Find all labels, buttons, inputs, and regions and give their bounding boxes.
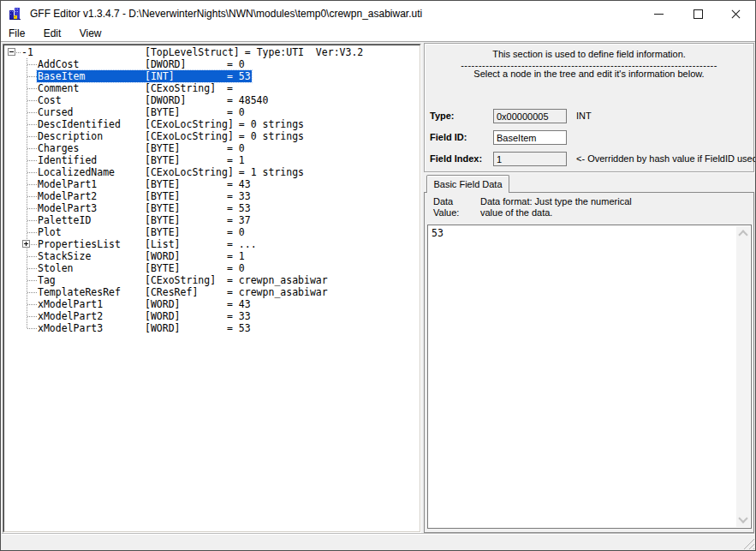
field-name: Stolen	[38, 262, 145, 274]
field-value: = 37	[227, 214, 251, 226]
field-value: = 1	[227, 250, 245, 262]
expand-toggle-plus-icon[interactable]	[22, 240, 30, 248]
type-label: Type:	[430, 109, 455, 123]
tree-node-AddCost[interactable]: AddCost[DWORD]= 0	[37, 58, 246, 70]
field-type: [INT]	[145, 70, 222, 82]
field-value: = 0	[227, 58, 245, 70]
field-name: PaletteID	[38, 214, 145, 226]
field-type: [BYTE]	[145, 154, 222, 166]
tree-node-ModelPart2[interactable]: ModelPart2[BYTE]= 33	[37, 190, 252, 202]
tree-node-Tag[interactable]: Tag[CExoString]= crewpn_asabiwar	[37, 274, 329, 286]
field-value: = 1 strings	[239, 166, 304, 178]
field-type: [CResRef]	[145, 286, 222, 298]
tree-node-PaletteID[interactable]: PaletteID[BYTE]= 37	[37, 214, 252, 226]
field-name: DescIdentified	[38, 118, 145, 130]
minimize-icon	[654, 14, 664, 15]
tree-node-xModelPart2[interactable]: xModelPart2[WORD]= 33	[37, 310, 252, 322]
field-type: [BYTE]	[145, 226, 222, 238]
basic-field-data-page: Data Value: Data format: Just type the n…	[424, 192, 754, 533]
tab-basic-field-data[interactable]: Basic Field Data	[426, 175, 509, 193]
scroll-down-icon[interactable]	[738, 513, 747, 523]
expand-toggle-minus-icon[interactable]	[8, 48, 15, 56]
tree-node-Charges[interactable]: Charges[BYTE]= 0	[37, 142, 246, 154]
field-type: [TopLevelStruct]	[145, 46, 240, 58]
field-value: =	[227, 82, 233, 94]
field-type: [BYTE]	[145, 190, 222, 202]
resize-grip[interactable]	[742, 537, 754, 549]
field-value: = 0	[227, 226, 245, 238]
menu-view[interactable]: View	[72, 27, 110, 41]
field-name: xModelPart3	[38, 322, 145, 334]
field-value: = ...	[227, 238, 257, 250]
title-bar: GFF Editor v1.3.4.7 - D:\NeverwinterNigh…	[1, 1, 755, 27]
editor-scrollbar[interactable]	[736, 226, 750, 527]
tree-node-Identified[interactable]: Identified[BYTE]= 1	[37, 154, 246, 166]
field-name: Cost	[38, 94, 145, 106]
field-value: = 53	[227, 70, 251, 82]
tree-node-Stolen[interactable]: Stolen[BYTE]= 0	[37, 262, 246, 274]
field-type: [DWORD]	[145, 58, 222, 70]
field-name: ModelPart3	[38, 202, 145, 214]
field-id-input[interactable]	[493, 130, 567, 145]
type-input[interactable]	[493, 109, 567, 123]
app-icon[interactable]	[9, 7, 22, 21]
tree-node-Cursed[interactable]: Cursed[BYTE]= 0	[37, 106, 246, 118]
tree-node-Description[interactable]: Description[CExoLocString]= 0 strings	[37, 130, 305, 142]
tree-node-Plot[interactable]: Plot[BYTE]= 0	[37, 226, 246, 238]
tree-node-xModelPart3[interactable]: xModelPart3[WORD]= 53	[37, 322, 252, 334]
tree-panel: -1[TopLevelStruct]= Type:UTI Ver:V3.2Add…	[3, 44, 421, 533]
field-value: = Type:UTI Ver:V3.2	[245, 46, 363, 58]
tree-node-Comment[interactable]: Comment[CExoString]=	[37, 82, 234, 94]
field-name: BaseItem	[38, 70, 145, 82]
data-value-editor[interactable]: 53	[427, 225, 752, 529]
info-header-line1: This section is used to define field inf…	[425, 49, 753, 59]
field-id-label: Field ID:	[430, 130, 467, 145]
tree-node-LocalizedName[interactable]: LocalizedName[CExoLocString]= 1 strings	[37, 166, 305, 178]
field-name: Identified	[38, 154, 145, 166]
tree-node-ModelPart1[interactable]: ModelPart1[BYTE]= 43	[37, 178, 252, 190]
tree-node-xModelPart1[interactable]: xModelPart1[WORD]= 43	[37, 298, 252, 310]
maximize-icon	[693, 9, 703, 19]
field-name: Description	[38, 130, 145, 142]
tree-node-BaseItem[interactable]: BaseItem[INT]= 53	[37, 70, 252, 82]
field-type: [CExoString]	[145, 82, 222, 94]
field-index-input[interactable]	[493, 152, 567, 166]
scroll-up-icon[interactable]	[738, 230, 747, 239]
data-format-hint-line2: value of the data.	[480, 207, 552, 219]
minimize-button[interactable]	[640, 1, 678, 27]
window-title: GFF Editor v1.3.4.7 - D:\NeverwinterNigh…	[30, 8, 422, 20]
data-value-label-line2: Value:	[433, 207, 459, 219]
tree-node-DescIdentified[interactable]: DescIdentified[CExoLocString]= 0 strings	[37, 118, 305, 130]
field-name: Comment	[38, 82, 145, 94]
field-name: Charges	[38, 142, 145, 154]
field-value: = 0	[227, 106, 245, 118]
field-type: [CExoLocString]	[145, 130, 234, 142]
field-value: = 33	[227, 190, 251, 202]
tree-node-root[interactable]: -1[TopLevelStruct]= Type:UTI Ver:V3.2	[21, 46, 364, 58]
type-name-text: INT	[576, 109, 592, 123]
tree-node-ModelPart3[interactable]: ModelPart3[BYTE]= 53	[37, 202, 252, 214]
field-name: StackSize	[38, 250, 145, 262]
data-format-hint-line1: Data format: Just type the numerical	[480, 196, 632, 207]
menu-file[interactable]: File	[1, 27, 33, 41]
field-value: = crewpn_asabiwar	[227, 274, 328, 286]
maximize-button[interactable]	[678, 1, 717, 27]
tree-node-StackSize[interactable]: StackSize[WORD]= 1	[37, 250, 246, 262]
tree-node-Cost[interactable]: Cost[DWORD]= 48540	[37, 94, 269, 106]
tree-node-TemplateResRef[interactable]: TemplateResRef[CResRef]= crewpn_asabiwar	[37, 286, 329, 298]
field-type: [WORD]	[145, 250, 222, 262]
field-type: [CExoLocString]	[145, 118, 234, 130]
menu-bar: File Edit View	[1, 27, 755, 42]
tree-node-PropertiesList[interactable]: PropertiesList[List]= ...	[37, 238, 258, 250]
menu-edit[interactable]: Edit	[36, 27, 69, 41]
close-button[interactable]	[717, 1, 755, 27]
field-name: xModelPart2	[38, 310, 145, 322]
field-type: [DWORD]	[145, 94, 222, 106]
field-value: = 0 strings	[239, 130, 304, 142]
field-name: TemplateResRef	[38, 286, 145, 298]
field-name: LocalizedName	[38, 166, 145, 178]
field-index-label: Field Index:	[430, 152, 482, 166]
field-type: [WORD]	[145, 310, 222, 322]
field-value: = 43	[227, 298, 251, 310]
field-type: [BYTE]	[145, 142, 222, 154]
